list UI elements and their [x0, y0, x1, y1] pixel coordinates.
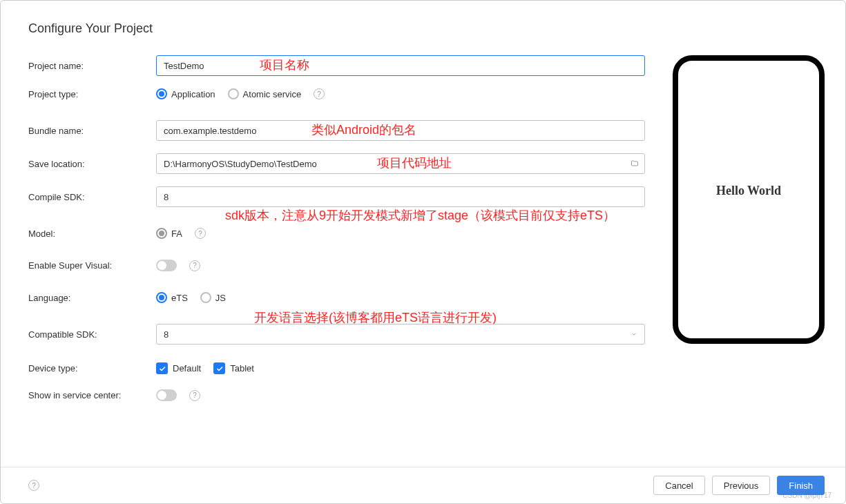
- radio-fa[interactable]: FA: [156, 228, 182, 239]
- service-center-toggle[interactable]: [156, 389, 177, 401]
- radio-icon: [156, 88, 167, 99]
- footer-help-icon[interactable]: ?: [28, 480, 39, 491]
- dialog-title: Configure Your Project: [28, 21, 825, 36]
- radio-icon: [228, 88, 239, 99]
- folder-icon[interactable]: [630, 159, 640, 168]
- checkbox-icon: [213, 362, 225, 374]
- bundle-name-input[interactable]: [156, 120, 645, 141]
- row-project-name: Project name: 项目名称: [28, 55, 645, 76]
- label-compile-sdk: Compile SDK:: [28, 192, 156, 202]
- project-name-input[interactable]: [156, 55, 645, 76]
- form-column: Project name: 项目名称 Project type: Applica…: [28, 55, 645, 454]
- label-show-in-service-center: Show in service center:: [28, 390, 156, 400]
- dialog-footer: ? Cancel Previous Finish: [28, 474, 825, 495]
- radio-application[interactable]: Application: [156, 88, 215, 99]
- radio-label: Application: [171, 89, 215, 99]
- radio-js[interactable]: JS: [200, 292, 226, 303]
- radio-ets[interactable]: eTS: [156, 292, 188, 303]
- cancel-button[interactable]: Cancel: [653, 476, 704, 495]
- radio-icon: [156, 292, 167, 303]
- save-location-input[interactable]: [156, 153, 645, 174]
- row-device-type: Device type: Default Tablet: [28, 362, 645, 374]
- checkbox-tablet[interactable]: Tablet: [213, 362, 254, 374]
- checkbox-label: Default: [173, 363, 201, 374]
- preview-text: Hello World: [716, 184, 781, 198]
- label-device-type: Device type:: [28, 363, 156, 374]
- label-bundle-name: Bundle name:: [28, 126, 156, 136]
- checkbox-icon: [156, 362, 168, 374]
- label-language: Language:: [28, 293, 156, 303]
- row-show-in-service-center: Show in service center: ?: [28, 389, 645, 401]
- select-value: 8: [164, 329, 169, 340]
- row-compatible-sdk: Compatible SDK: 8: [28, 324, 645, 345]
- row-project-type: Project type: Application Atomic service…: [28, 88, 645, 99]
- label-project-name: Project name:: [28, 61, 156, 71]
- radio-label: eTS: [171, 293, 188, 303]
- help-icon[interactable]: ?: [189, 260, 200, 271]
- chevron-down-icon: [631, 331, 637, 338]
- row-bundle-name: Bundle name: 类似Android的包名: [28, 120, 645, 141]
- previous-button[interactable]: Previous: [712, 476, 771, 495]
- help-icon[interactable]: ?: [195, 228, 206, 239]
- dialog-content: Project name: 项目名称 Project type: Applica…: [28, 55, 825, 454]
- row-enable-super-visual: Enable Super Visual: ?: [28, 260, 645, 271]
- radio-label: JS: [215, 293, 226, 303]
- checkbox-label: Tablet: [230, 363, 254, 374]
- radio-label: FA: [171, 229, 182, 239]
- help-icon[interactable]: ?: [314, 88, 325, 99]
- compile-sdk-input[interactable]: [156, 186, 645, 207]
- super-visual-toggle[interactable]: [156, 260, 177, 271]
- row-model: Model: FA ?: [28, 228, 645, 239]
- label-compatible-sdk: Compatible SDK:: [28, 329, 156, 340]
- label-enable-super-visual: Enable Super Visual:: [28, 260, 156, 271]
- radio-label: Atomic service: [243, 89, 302, 99]
- configure-project-dialog: Configure Your Project Project name: 项目名…: [0, 0, 846, 504]
- compatible-sdk-select[interactable]: 8: [156, 324, 645, 345]
- radio-icon: [156, 228, 167, 239]
- checkbox-default[interactable]: Default: [156, 362, 201, 374]
- watermark: CSDN @lpfj717: [782, 492, 831, 499]
- help-icon[interactable]: ?: [189, 390, 200, 401]
- label-save-location: Save location:: [28, 159, 156, 169]
- preview-column: Hello World: [673, 55, 825, 454]
- label-model: Model:: [28, 229, 156, 239]
- row-save-location: Save location: 项目代码地址: [28, 153, 645, 174]
- label-project-type: Project type:: [28, 89, 156, 99]
- phone-preview: Hello World: [673, 55, 825, 344]
- row-compile-sdk: Compile SDK: sdk版本，注意从9开始开发模式新增了stage（该模…: [28, 186, 645, 207]
- row-language: Language: eTS JS 开发语言选择(该博客都用eTS语言进行开发): [28, 292, 645, 303]
- radio-icon: [200, 292, 211, 303]
- radio-atomic-service[interactable]: Atomic service: [228, 88, 302, 99]
- footer-divider: [1, 467, 845, 467]
